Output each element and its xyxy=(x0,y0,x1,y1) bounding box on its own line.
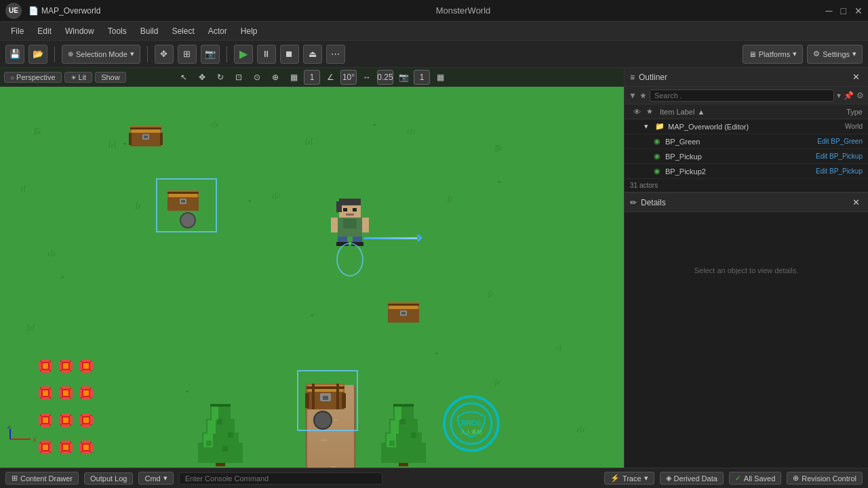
column-type: Type xyxy=(795,108,863,116)
details-close-btn[interactable]: ✕ xyxy=(849,196,863,209)
camera-button[interactable]: 📷 xyxy=(201,45,220,64)
grass-tuft: ʃʃɾ xyxy=(495,144,502,152)
scale-snap[interactable]: ↔ xyxy=(359,70,375,85)
folder-icon: 📁 xyxy=(654,121,665,132)
outliner-row-bp-pickup[interactable]: ◉ BP_Pickup Edit BP_Pickup xyxy=(625,149,868,164)
main-area: ○ Perspective ☀ Lit Show ↖ ✥ ↻ ⊡ ⊙ ⊕ ▦ 1 xyxy=(0,68,868,468)
svg-rect-87 xyxy=(82,424,90,427)
selection-mode-button[interactable]: ⊕ Selection Mode ▾ xyxy=(62,45,140,64)
save-button[interactable]: 💾 xyxy=(5,45,24,64)
row-bp-green-type[interactable]: Edit BP_Green xyxy=(795,138,863,145)
all-saved-button[interactable]: ✓ All Saved xyxy=(729,472,781,485)
open-button[interactable]: 📂 xyxy=(28,45,47,64)
maximize-btn[interactable]: □ xyxy=(841,5,846,16)
move-tool[interactable]: ✥ xyxy=(194,70,210,85)
snap-button[interactable]: ⊞ xyxy=(178,45,197,64)
map-name: 📄 MAP_Overworld xyxy=(28,6,100,16)
svg-rect-111 xyxy=(212,407,218,420)
derived-data-button[interactable]: ◈ Derived Data xyxy=(660,472,724,485)
pencil-icon: ✏ xyxy=(630,198,637,207)
svg-rect-147 xyxy=(336,384,339,409)
menu-window[interactable]: Window xyxy=(60,25,100,37)
row-bp-pickup-type[interactable]: Edit BP_Pickup xyxy=(795,152,863,160)
menu-select[interactable]: Select xyxy=(166,25,199,37)
svg-rect-99 xyxy=(62,451,70,454)
edit-bp-pickup2-link[interactable]: Edit BP_Pickup xyxy=(816,167,863,175)
viewport[interactable]: ○ Perspective ☀ Lit Show ↖ ✥ ↻ ⊡ ⊙ ⊕ ▦ 1 xyxy=(0,68,624,468)
lit-button[interactable]: ☀ Lit xyxy=(64,72,93,83)
revision-control-button[interactable]: ⊕ Revision Control xyxy=(787,472,863,485)
svg-rect-93 xyxy=(41,451,50,454)
world-tool[interactable]: ⊙ xyxy=(249,70,265,85)
cmd-button[interactable]: Cmd ▾ xyxy=(138,472,173,485)
play-button[interactable]: ▶ xyxy=(234,45,253,64)
grass-tuft: ɾʃɾ xyxy=(407,127,416,135)
grid-size-display: 1 xyxy=(304,70,320,85)
perspective-button[interactable]: ○ Perspective xyxy=(4,72,62,83)
eject-button[interactable]: ⏏ xyxy=(303,45,322,64)
minimize-btn[interactable]: ─ xyxy=(826,5,833,16)
svg-text:X: X xyxy=(33,436,37,443)
svg-rect-44 xyxy=(62,370,70,373)
outliner-row-bp-pickup2[interactable]: ◉ BP_Pickup2 Edit BP_Pickup xyxy=(625,164,868,179)
stop-button[interactable]: ⏹ xyxy=(280,45,299,64)
character-selection-circle xyxy=(336,243,363,277)
outliner-header: ≡ Outliner ✕ xyxy=(625,68,868,87)
camera-speed[interactable]: 📷 xyxy=(395,70,412,85)
settings-icon[interactable]: ⚙ xyxy=(856,91,864,100)
speed-value: 1 xyxy=(414,70,430,85)
svg-rect-33 xyxy=(388,304,419,306)
window-controls[interactable]: ─ □ ✕ xyxy=(826,5,863,16)
angle-snap[interactable]: ∠ xyxy=(322,70,338,85)
outliner-close-btn[interactable]: ✕ xyxy=(849,70,863,84)
pause-button[interactable]: ⏸ xyxy=(257,45,276,64)
title-bar: UE 📄 MAP_Overworld MonsterWorld ─ □ ✕ xyxy=(0,0,868,22)
grid-view[interactable]: ▦ xyxy=(285,70,302,85)
show-button[interactable]: Show xyxy=(95,72,126,83)
trace-button[interactable]: ⚡ Trace ▾ xyxy=(604,472,654,485)
outliner-row-bp-green[interactable]: ◉ BP_Green Edit BP_Green xyxy=(625,134,868,149)
svg-rect-80 xyxy=(70,416,73,424)
svg-rect-57 xyxy=(41,397,50,400)
outliner-row-map[interactable]: ▾ 📁 MAP_Overworld (Editor) World xyxy=(625,119,868,134)
maximize-viewport[interactable]: ▦ xyxy=(432,70,448,85)
svg-rect-118 xyxy=(222,446,228,451)
row-bp-pickup-label: BP_Pickup xyxy=(665,152,795,161)
rotate-tool[interactable]: ↻ xyxy=(212,70,229,85)
filter-icon: ▼ xyxy=(629,91,637,100)
surface-snap[interactable]: ⊕ xyxy=(267,70,283,85)
search-dropdown[interactable]: ▾ xyxy=(837,91,841,100)
svg-rect-128 xyxy=(400,419,406,424)
svg-rect-130 xyxy=(389,441,395,446)
menu-actor[interactable]: Actor xyxy=(203,25,233,37)
svg-text:人人素材: 人人素材 xyxy=(460,429,482,435)
svg-rect-102 xyxy=(82,441,90,443)
edit-bp-pickup-link[interactable]: Edit BP_Pickup xyxy=(816,152,863,160)
console-input[interactable] xyxy=(179,472,382,485)
svg-rect-65 xyxy=(83,390,89,396)
scale-tool[interactable]: ⊡ xyxy=(231,70,247,85)
svg-rect-7 xyxy=(160,133,163,145)
transform-button[interactable]: ✥ xyxy=(155,45,174,64)
svg-rect-41 xyxy=(62,359,70,362)
platforms-button[interactable]: 🖥 Platforms ▾ xyxy=(743,45,803,64)
menu-edit[interactable]: Edit xyxy=(32,25,57,37)
row-bp-pickup2-type[interactable]: Edit BP_Pickup xyxy=(795,167,863,175)
menu-bar: File Edit Window Tools Build Select Acto… xyxy=(0,22,868,41)
edit-bp-green-link[interactable]: Edit BP_Green xyxy=(817,138,863,145)
menu-help[interactable]: Help xyxy=(235,25,263,37)
grass-tuft: ɾʃ xyxy=(556,344,561,352)
menu-build[interactable]: Build xyxy=(135,25,164,37)
outliner-search-input[interactable] xyxy=(650,89,834,102)
menu-file[interactable]: File xyxy=(5,25,29,37)
more-options-button[interactable]: ⋯ xyxy=(326,45,345,64)
derived-icon: ◈ xyxy=(666,474,671,483)
settings-button[interactable]: ⚙ Settings ▾ xyxy=(807,45,863,64)
close-btn[interactable]: ✕ xyxy=(854,5,863,16)
output-log-button[interactable]: Output Log xyxy=(84,472,133,485)
select-tool[interactable]: ↖ xyxy=(176,70,192,85)
content-drawer-button[interactable]: ⊞ Content Drawer xyxy=(5,472,79,485)
menu-tools[interactable]: Tools xyxy=(102,25,132,37)
pin-icon[interactable]: 📌 xyxy=(844,91,854,100)
grass-tuft: ɾʃɾ xyxy=(271,192,280,199)
